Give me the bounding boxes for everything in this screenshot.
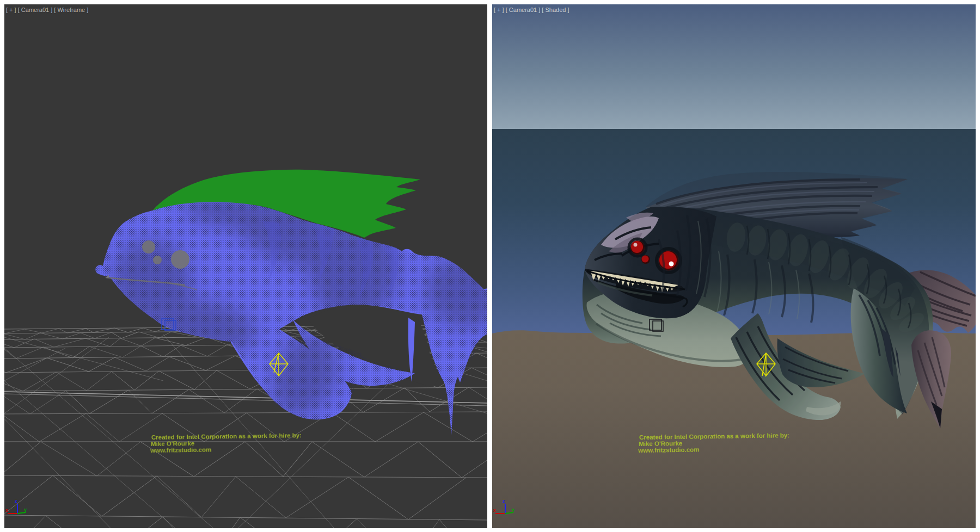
svg-text:Mike O'Rourke: Mike O'Rourke xyxy=(151,440,194,447)
svg-text:z: z xyxy=(503,498,505,504)
svg-text:www.fritzstudio.com: www.fritzstudio.com xyxy=(150,446,211,454)
svg-text:z: z xyxy=(15,498,17,504)
svg-text:Mike O'Rourke: Mike O'Rourke xyxy=(639,440,682,447)
svg-text:y: y xyxy=(24,507,27,512)
svg-text:www.fritzstudio.com: www.fritzstudio.com xyxy=(638,446,699,454)
svg-text:x: x xyxy=(5,508,8,513)
svg-text:[ + ] [ Camera01 ] [ Shaded ]: [ + ] [ Camera01 ] [ Shaded ] xyxy=(494,7,569,13)
svg-text:x: x xyxy=(493,508,496,513)
svg-text:[ + ] [ Camera01 ] [ Wireframe: [ + ] [ Camera01 ] [ Wireframe ] xyxy=(6,7,88,13)
svg-text:y: y xyxy=(512,507,514,512)
